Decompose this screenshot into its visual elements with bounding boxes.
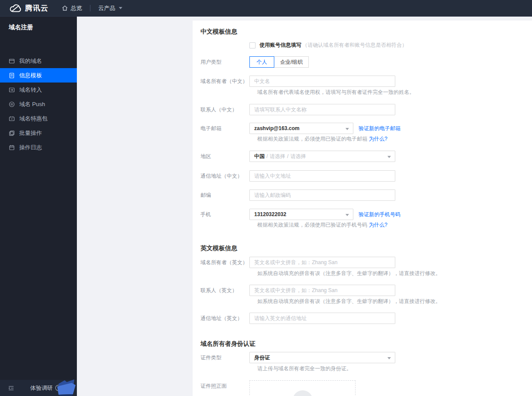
region-separator: / xyxy=(287,153,288,159)
circle-chevron-icon xyxy=(55,385,62,391)
cert-type-row: 证件类型 身份证 xyxy=(200,352,395,363)
domain-push-icon xyxy=(9,101,15,107)
address-en-input[interactable] xyxy=(249,313,395,324)
nav-cloud-products[interactable]: 云产品 xyxy=(98,4,122,12)
region-select[interactable]: 中国 / 请选择 / 请选择 xyxy=(249,151,395,162)
info-template-icon xyxy=(9,72,15,79)
contact-en-row: 联系人（英文） xyxy=(200,285,395,296)
email-why-link[interactable]: 为什么? xyxy=(369,136,387,142)
address-cn-input[interactable] xyxy=(249,170,395,182)
brand-name: 腾讯云 xyxy=(25,3,48,13)
phone-value: 13120322032 xyxy=(254,211,286,217)
email-label: 电子邮箱 xyxy=(200,123,249,134)
survey-label: 体验调研 xyxy=(30,384,53,392)
phone-help: 根据相关政策法规，必须使用已验证的手机号码 为什么? xyxy=(257,222,387,228)
cert-front-upload[interactable] xyxy=(249,380,356,396)
user-type-tabs: 个人 企业/组织 xyxy=(249,56,309,68)
region-city-placeholder: 请选择 xyxy=(290,153,306,160)
cert-front-label: 证件照正面 xyxy=(200,380,249,392)
sidebar-item-info-template[interactable]: 信息模板 xyxy=(0,68,77,83)
topnav: 总览 云产品 xyxy=(62,4,122,12)
use-account-label[interactable]: 使用账号信息填写 xyxy=(259,41,301,49)
sidebar-item-operation-log[interactable]: 操作日志 xyxy=(0,140,77,155)
contact-cn-label: 联系人（中文） xyxy=(200,104,249,115)
sidebar-item-domain-transfer-in[interactable]: 域名转入 xyxy=(0,83,77,97)
sidebar-item-domain-push[interactable]: 域名 Push xyxy=(0,97,77,111)
sidebar-item-label: 我的域名 xyxy=(19,57,42,65)
upload-placeholder-circle xyxy=(293,390,313,396)
tencent-cloud-logo-icon xyxy=(9,3,21,13)
my-domains-icon xyxy=(9,58,15,64)
brand-logo[interactable]: 腾讯云 xyxy=(9,3,48,13)
batch-operation-icon xyxy=(9,130,15,136)
verify-new-email-link[interactable]: 验证新的电子邮箱 xyxy=(359,123,401,134)
cert-front-row: 证件照正面 xyxy=(200,380,356,396)
topnav-divider xyxy=(90,5,90,11)
zipcode-label: 邮编 xyxy=(200,189,249,201)
select-caret-icon xyxy=(345,214,349,216)
cert-type-help: 请上传与域名所有者完全一致的身份证。 xyxy=(257,365,352,372)
owner-en-help: 如系统自动填充的拼音有误（注意多音字、生僻字的翻译），请直接进行修改。 xyxy=(257,270,441,276)
verify-new-phone-link[interactable]: 验证新的手机号码 xyxy=(359,209,401,220)
owner-cn-row: 域名所有者（中文） xyxy=(200,76,395,87)
sidebar-item-domain-package[interactable]: 域名特惠包 xyxy=(0,111,77,126)
section-title-identity: 域名所有者身份认证 xyxy=(200,340,256,348)
operation-log-icon xyxy=(9,145,15,151)
region-province-placeholder: 请选择 xyxy=(269,153,285,160)
contact-en-input[interactable] xyxy=(249,285,395,296)
sidebar-item-label: 批量操作 xyxy=(19,129,42,137)
use-account-row: 使用账号信息填写 （请确认域名所有者和账号信息是否相符合） xyxy=(249,41,407,49)
sidebar-menu: 我的域名 信息模板 域名转入 域名 P xyxy=(0,54,77,155)
cert-type-select[interactable]: 身份证 xyxy=(249,352,395,363)
region-label: 地区 xyxy=(200,151,249,162)
section-title-cn: 中文模板信息 xyxy=(200,28,237,36)
home-icon xyxy=(62,5,68,11)
owner-en-input[interactable] xyxy=(249,257,395,268)
cert-type-label: 证件类型 xyxy=(200,352,249,363)
use-account-note: （请确认域名所有者和账号信息是否相符合） xyxy=(302,41,407,49)
address-cn-row: 通信地址（中文） xyxy=(200,170,395,182)
domain-transfer-in-icon xyxy=(9,87,15,93)
phone-label: 手机 xyxy=(200,209,249,220)
select-caret-icon xyxy=(345,128,349,130)
phone-select[interactable]: 13120322032 xyxy=(249,209,353,220)
owner-en-row: 域名所有者（英文） xyxy=(200,257,395,268)
address-en-label: 通信地址（英文） xyxy=(200,313,249,324)
select-caret-icon xyxy=(387,357,391,359)
sidebar-title: 域名注册 xyxy=(0,17,77,31)
region-separator: / xyxy=(266,153,268,159)
sidebar-item-label: 域名特惠包 xyxy=(19,115,48,123)
sidebar-item-label: 操作日志 xyxy=(19,144,42,152)
chevron-down-icon xyxy=(119,7,122,9)
form-card: 中文模板信息 使用账号信息填写 （请确认域名所有者和账号信息是否相符合） 用户类… xyxy=(193,21,532,396)
phone-why-link[interactable]: 为什么? xyxy=(369,222,387,228)
email-select[interactable]: zashvip@163.com xyxy=(249,123,353,134)
region-row: 地区 中国 / 请选择 / 请选择 xyxy=(200,151,395,162)
owner-cn-input[interactable] xyxy=(249,76,395,87)
address-en-row: 通信地址（英文） xyxy=(200,313,395,324)
use-account-checkbox[interactable] xyxy=(249,42,256,48)
sidebar: 域名注册 我的域名 信息模板 域名转入 xyxy=(0,17,77,396)
user-type-label: 用户类型 xyxy=(200,56,249,68)
tab-organization[interactable]: 企业/组织 xyxy=(274,56,309,68)
survey-link[interactable]: 体验调研 xyxy=(30,384,62,392)
email-row: 电子邮箱 zashvip@163.com 验证新的电子邮箱 xyxy=(200,123,401,134)
sidebar-item-label: 域名转入 xyxy=(19,86,42,94)
contact-cn-input[interactable] xyxy=(249,104,395,115)
zipcode-row: 邮编 xyxy=(200,189,395,201)
phone-help-text: 根据相关政策法规，必须使用已验证的手机号码 xyxy=(257,222,367,228)
email-help: 根据相关政策法规，必须使用已验证的电子邮箱 为什么? xyxy=(257,136,387,142)
user-type-row: 用户类型 个人 企业/组织 xyxy=(200,56,309,68)
sidebar-item-label: 信息模板 xyxy=(19,72,42,79)
content-area: 中文模板信息 使用账号信息填写 （请确认域名所有者和账号信息是否相符合） 用户类… xyxy=(77,17,532,396)
zipcode-input[interactable] xyxy=(249,189,395,201)
nav-overview[interactable]: 总览 xyxy=(62,4,82,12)
address-cn-label: 通信地址（中文） xyxy=(200,170,249,182)
sidebar-item-batch-operation[interactable]: 批量操作 xyxy=(0,126,77,140)
tab-personal[interactable]: 个人 xyxy=(249,56,274,68)
collapse-sidebar-icon[interactable] xyxy=(8,385,14,391)
section-title-en: 英文模板信息 xyxy=(200,244,237,252)
owner-cn-label: 域名所有者（中文） xyxy=(200,76,249,87)
domain-package-icon xyxy=(9,116,15,122)
sidebar-item-my-domains[interactable]: 我的域名 xyxy=(0,54,77,68)
